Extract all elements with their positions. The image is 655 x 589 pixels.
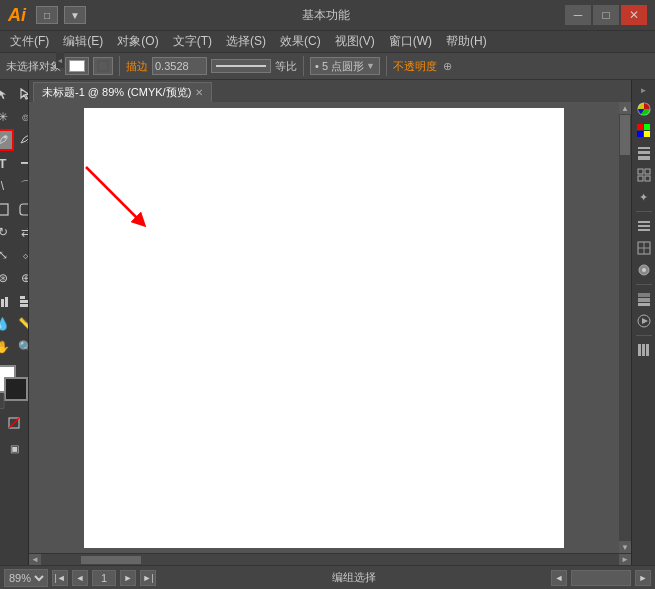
line-tool[interactable]: \ [0,175,14,197]
point-style-arrow: ▼ [366,61,375,71]
default-colors-icon[interactable]: ⬛ [0,393,5,409]
hand-tool[interactable]: ✋ [0,336,14,358]
options-more-icon[interactable]: ⊕ [443,60,452,73]
pen-tool[interactable] [0,129,14,151]
horizontal-scrollbar[interactable]: ◄ ► [29,553,631,565]
menu-help[interactable]: 帮助(H) [440,31,493,52]
minimize-button[interactable]: ─ [565,5,591,25]
toolbar-col-1: ✳ ⌾ + T [0,80,28,565]
status-right-arrow[interactable]: ► [635,570,651,586]
column-graph-tool[interactable] [0,290,14,312]
eyedropper-tool[interactable]: 💧 [0,313,14,335]
tab-title: 未标题-1 @ 89% (CMYK/预览) [42,85,191,100]
scale-tools-row: ⤡ ⬦ [0,244,29,266]
h-scroll-track[interactable] [41,555,619,565]
actions-panel-button[interactable] [634,311,654,331]
rotate-tool[interactable]: ↻ [0,221,14,243]
warp-tool[interactable]: ⊛ [0,267,14,289]
opacity-label: 不透明度 [393,59,437,74]
status-left-arrow[interactable]: ◄ [551,570,567,586]
eyedropper-tools-row: 💧 📏 [0,313,29,335]
workspace-button[interactable]: ▼ [64,6,86,24]
none-fill-btn[interactable] [3,412,25,434]
rounded-rect-tool[interactable] [15,198,30,220]
shear-tool[interactable]: ⬦ [15,244,30,266]
document-canvas[interactable] [29,102,619,553]
menu-object[interactable]: 对象(O) [111,31,164,52]
lasso-tool[interactable]: ⌾ [15,106,30,128]
menu-file[interactable]: 文件(F) [4,31,55,52]
right-panel-divider-3 [636,335,652,336]
svg-rect-22 [638,169,643,174]
pattern-panel-button[interactable] [634,340,654,360]
no-selection-label: 未选择对象 [6,59,61,74]
white-canvas [84,108,564,548]
page-next-button[interactable]: ► [120,570,136,586]
restore-button[interactable]: □ [593,5,619,25]
rect-tool[interactable] [0,198,14,220]
slice-tool[interactable]: ▣ [3,437,25,459]
graphic-style-button[interactable]: ✦ [634,187,654,207]
scroll-thumb[interactable] [620,115,630,155]
point-style-select[interactable]: • 5 点圆形 ▼ [310,57,380,75]
magic-wand-tool[interactable]: ✳ [0,106,14,128]
menu-text[interactable]: 文字(T) [167,31,218,52]
stroke-swatch[interactable] [4,377,28,401]
point-style-label: • 5 点圆形 [315,59,364,74]
svg-rect-16 [644,124,650,130]
menu-window[interactable]: 窗口(W) [383,31,438,52]
color-panel-button[interactable] [634,99,654,119]
svg-line-11 [9,418,19,428]
menu-edit[interactable]: 编辑(E) [57,31,109,52]
vertical-scrollbar[interactable]: ▲ ▼ [619,102,631,553]
h-scroll-thumb[interactable] [81,556,141,564]
appearance-panel-button[interactable] [634,260,654,280]
scroll-up-button[interactable]: ▲ [619,102,631,114]
hand-tools-row: ✋ 🔍 [0,336,29,358]
reflect-tool[interactable]: ⇄ [15,221,30,243]
scroll-track[interactable] [619,114,631,541]
page-prev-button[interactable]: ◄ [72,570,88,586]
vertical-type-tool[interactable]: T [15,152,30,174]
arc-tool[interactable]: ⌒ [15,175,30,197]
scroll-right-button[interactable]: ► [619,554,631,566]
brush-panel-button[interactable] [634,143,654,163]
stroke-color-box[interactable] [93,57,113,75]
symbol-panel-button[interactable] [634,165,654,185]
document-tab[interactable]: 未标题-1 @ 89% (CMYK/预览) ✕ [33,82,212,102]
tab-close-button[interactable]: ✕ [195,87,203,98]
bar-graph-tool[interactable] [15,290,30,312]
scroll-down-button[interactable]: ▼ [619,541,631,553]
pen-add-tool[interactable]: + [15,129,30,151]
close-button[interactable]: ✕ [621,5,647,25]
page-last-button[interactable]: ►| [140,570,156,586]
layers-panel-button[interactable] [634,289,654,309]
stroke-value-input[interactable] [152,57,207,75]
page-number-input[interactable] [92,570,116,586]
type-tool[interactable]: T [0,152,14,174]
fill-color-box[interactable] [65,57,89,75]
type-tools-row: T T [0,152,29,174]
measure-tool[interactable]: 📏 [15,313,30,335]
page-first-button[interactable]: |◄ [52,570,68,586]
menu-effect[interactable]: 效果(C) [274,31,327,52]
width-tool[interactable]: ⊕ [15,267,30,289]
stroke-preview[interactable] [211,59,271,73]
svg-rect-2 [0,204,8,215]
svg-rect-35 [638,298,650,302]
zoom-select[interactable]: 89% 100% 150% 200% [4,569,48,587]
transform-panel-button[interactable] [634,238,654,258]
stroke-ratio-btn[interactable]: 等比 [275,59,297,74]
scroll-left-button[interactable]: ◄ [29,554,41,566]
select-tool[interactable] [0,83,14,105]
zoom-tool[interactable]: 🔍 [15,336,30,358]
direct-select-tool[interactable] [15,83,30,105]
menu-select[interactable]: 选择(S) [220,31,272,52]
scale-tool[interactable]: ⤡ [0,244,14,266]
right-panel-collapse[interactable]: ► [638,84,650,97]
align-panel-button[interactable] [634,216,654,236]
menu-view[interactable]: 视图(V) [329,31,381,52]
arrange-button[interactable]: □ [36,6,58,24]
swatches-panel-button[interactable] [634,121,654,141]
canvas-scroll-area: ▲ ▼ [29,102,631,553]
